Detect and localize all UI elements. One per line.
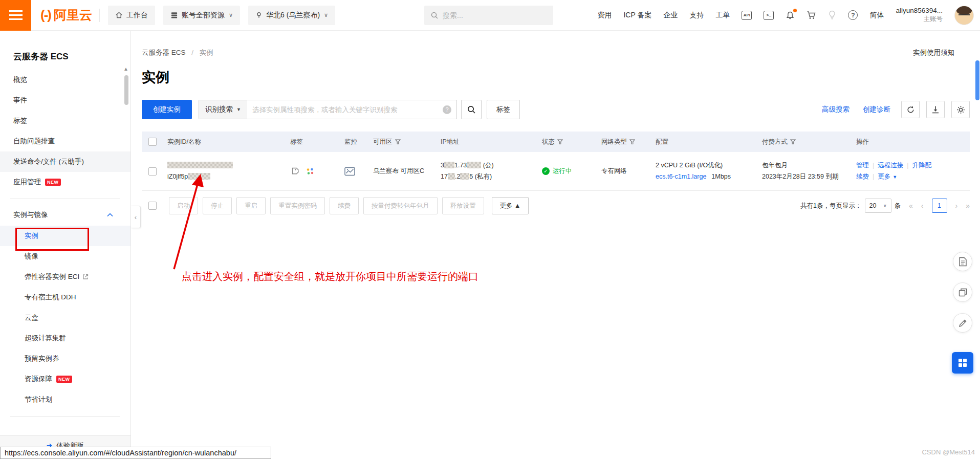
account-menu[interactable]: aliyun856394... 主账号 <box>896 7 943 24</box>
first-page-button[interactable]: « <box>909 202 913 210</box>
account-resources-dropdown[interactable]: 账号全部资源 ∨ <box>163 6 240 25</box>
row-more-dropdown[interactable]: 更多▼ <box>878 173 897 180</box>
reboot-button[interactable]: 重启 <box>236 197 266 214</box>
instance-type-link[interactable]: ecs.t6-c1m1.large <box>656 173 706 180</box>
bell-icon[interactable] <box>786 11 795 20</box>
col-header-monitor[interactable]: 监控 <box>344 138 357 146</box>
terminal-icon[interactable]: >_ <box>764 11 774 20</box>
global-search[interactable] <box>424 6 553 25</box>
col-header-status[interactable]: 状态 <box>542 138 555 146</box>
widget-launcher-button[interactable] <box>952 352 973 374</box>
next-page-button[interactable]: › <box>955 202 958 210</box>
advanced-search-link[interactable]: 高级搜索 <box>822 105 850 114</box>
compare-button[interactable] <box>953 282 972 302</box>
create-instance-button[interactable]: 创建实例 <box>142 100 192 119</box>
instance-search-input[interactable] <box>247 106 443 114</box>
cart-icon[interactable] <box>807 11 816 20</box>
current-page[interactable]: 1 <box>932 199 947 213</box>
tag-colors-icon[interactable] <box>306 167 314 176</box>
sidebar-scroll-up-icon[interactable]: ▲ <box>123 66 128 72</box>
sidebar-item-savings-plan[interactable]: 节省计划 <box>0 389 130 410</box>
search-mode-dropdown[interactable]: 识别搜索 ▼ <box>199 100 247 119</box>
row-checkbox[interactable] <box>148 167 157 176</box>
release-settings-button[interactable]: 释放设置 <box>442 197 484 214</box>
breadcrumb-root[interactable]: 云服务器 ECS <box>142 49 186 56</box>
instance-id-name-cell[interactable]: iZ0jlf5p <box>167 160 233 182</box>
sidebar-item-overview[interactable]: 概览 <box>0 70 130 90</box>
sidebar-item-cloudbox[interactable]: 云盒 <box>0 308 130 328</box>
remote-connect-link[interactable]: 远程连接 <box>878 162 903 169</box>
renew-link[interactable]: 续费 <box>856 173 869 180</box>
reset-password-button[interactable]: 重置实例密码 <box>270 197 325 214</box>
sidebar-item-app-management[interactable]: 应用管理 NEW <box>0 172 130 192</box>
breadcrumb: 云服务器 ECS / 实例 <box>142 48 213 57</box>
api-icon[interactable]: API <box>742 11 752 20</box>
sidebar-item-tags[interactable]: 标签 <box>0 111 130 131</box>
filter-icon[interactable] <box>629 139 635 145</box>
stop-button[interactable]: 停止 <box>203 197 232 214</box>
create-diagnosis-link[interactable]: 创建诊断 <box>863 105 890 114</box>
bulb-icon[interactable] <box>828 10 836 20</box>
col-header-id[interactable]: 实例ID/名称 <box>167 138 201 146</box>
sidebar-item-resource-assurance[interactable]: 资源保障 NEW <box>0 369 130 389</box>
filter-icon[interactable] <box>790 139 796 145</box>
col-header-network[interactable]: 网络类型 <box>601 138 627 146</box>
topbar-link-billing[interactable]: 费用 <box>597 11 612 20</box>
monitor-chart-icon[interactable] <box>344 167 355 176</box>
prev-page-button[interactable]: ‹ <box>921 202 924 210</box>
batch-more-dropdown[interactable]: 更多 ▲ <box>492 197 529 214</box>
help-icon[interactable]: ? <box>848 10 858 20</box>
convert-billing-button[interactable]: 按量付费转包年包月 <box>363 197 438 214</box>
page-size-select[interactable]: 20∨ <box>865 199 891 213</box>
topbar-link-enterprise[interactable]: 企业 <box>663 11 678 20</box>
col-header-billing[interactable]: 付费方式 <box>762 138 788 146</box>
sidebar-item-troubleshoot[interactable]: 自助问题排查 <box>0 131 130 151</box>
start-button[interactable]: 启动 <box>169 197 198 214</box>
sidebar-collapse-handle[interactable]: ‹ <box>131 206 141 228</box>
workbench-button[interactable]: 工作台 <box>108 6 155 25</box>
resize-link[interactable]: 升降配 <box>912 162 932 169</box>
hamburger-menu-icon[interactable] <box>0 0 31 31</box>
aliyun-logo[interactable]: (-) 阿里云 <box>40 7 92 24</box>
manage-link[interactable]: 管理 <box>856 162 869 169</box>
new-badge: NEW <box>56 376 72 383</box>
region-selector[interactable]: 华北6 (乌兰察布) ∨ <box>248 6 335 25</box>
col-header-ip[interactable]: IP地址 <box>441 138 460 146</box>
last-page-button[interactable]: » <box>966 202 970 210</box>
refresh-button[interactable] <box>901 101 920 118</box>
sidebar-item-events[interactable]: 事件 <box>0 90 130 111</box>
col-header-tag[interactable]: 标签 <box>290 138 303 146</box>
instance-id[interactable]: iZ0jlf5p <box>167 173 188 180</box>
sidebar-group-instances-images[interactable]: 实例与镜像 <box>0 204 130 226</box>
sidebar-scrollbar[interactable] <box>124 75 128 105</box>
sidebar-item-reserved-instances[interactable]: 预留实例券 <box>0 348 130 369</box>
browser-status-bar: https://ecs.console.aliyun.com/#/cloudAs… <box>0 447 271 459</box>
renew-button[interactable]: 续费 <box>330 197 359 214</box>
filter-icon[interactable] <box>557 139 563 145</box>
topbar-link-icp[interactable]: ICP 备案 <box>623 11 651 20</box>
filter-icon[interactable] <box>395 139 401 145</box>
topbar-link-support[interactable]: 支持 <box>689 11 704 20</box>
topbar-link-ticket[interactable]: 工单 <box>715 11 730 20</box>
docs-button[interactable] <box>953 252 972 271</box>
sidebar-item-eci[interactable]: 弹性容器实例 ECI <box>0 267 130 287</box>
search-button[interactable] <box>461 100 482 119</box>
language-switcher[interactable]: 简体 <box>869 11 884 20</box>
select-all-checkbox[interactable] <box>148 138 157 146</box>
feedback-button[interactable] <box>953 313 972 333</box>
avatar[interactable] <box>954 6 974 25</box>
column-settings-button[interactable] <box>951 101 970 118</box>
batch-select-checkbox[interactable] <box>148 202 157 210</box>
col-header-zone[interactable]: 可用区 <box>373 138 393 146</box>
instance-usage-notice-link[interactable]: 实例使用须知 <box>913 48 954 57</box>
global-search-input[interactable] <box>443 11 535 19</box>
sidebar-item-cloud-assistant[interactable]: 发送命令/文件 (云助手) <box>0 151 130 172</box>
page-scrollbar[interactable] <box>975 60 979 100</box>
tag-icon[interactable] <box>290 167 299 176</box>
sidebar-item-scc[interactable]: 超级计算集群 <box>0 328 130 348</box>
col-header-config[interactable]: 配置 <box>656 138 668 146</box>
export-button[interactable] <box>926 101 945 118</box>
tag-filter-button[interactable]: 标签 <box>487 100 520 119</box>
search-help-icon[interactable]: ? <box>443 105 451 114</box>
sidebar-item-ddh[interactable]: 专有宿主机 DDH <box>0 287 130 308</box>
